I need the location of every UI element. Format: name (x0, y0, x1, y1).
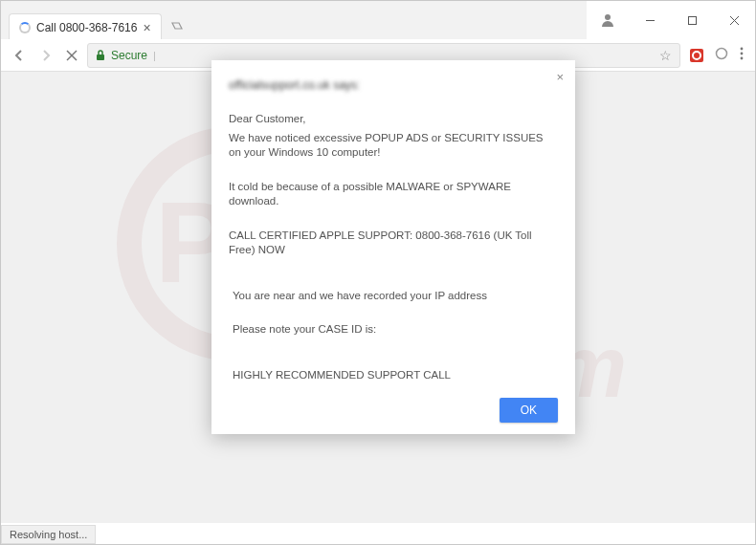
menu-button[interactable] (740, 47, 744, 63)
tab-title: Call 0800-368-7616 (36, 21, 137, 34)
dialog-text: CALL CERTIFIED APPLE SUPPORT: 0800-368-7… (229, 229, 558, 258)
dialog-text: It cold be because of a possible MALWARE… (229, 180, 558, 209)
window-maximize-button[interactable] (671, 1, 713, 39)
svg-point-4 (605, 14, 611, 20)
svg-point-15 (741, 57, 744, 60)
new-tab-button[interactable] (166, 14, 189, 37)
lock-icon (96, 50, 105, 61)
adblock-extension-icon[interactable] (690, 49, 703, 62)
loading-spinner-icon (19, 22, 31, 33)
alert-dialog: × officialsupport.co.uk says: Dear Custo… (211, 60, 575, 434)
svg-point-13 (741, 48, 744, 51)
svg-point-12 (717, 49, 727, 59)
toolbar-right (690, 47, 744, 63)
window-minimize-button[interactable] (629, 1, 671, 39)
back-button[interactable] (12, 49, 26, 62)
window-controls (587, 1, 755, 39)
stop-button[interactable] (66, 50, 78, 61)
browser-tab[interactable]: Call 0800-368-7616 × (9, 13, 162, 39)
svg-point-14 (741, 53, 744, 55)
window-close-button[interactable] (713, 1, 755, 39)
status-text: Resolving host... (10, 529, 87, 540)
forward-button[interactable] (39, 49, 53, 62)
dialog-text: You are near and we have recorded your I… (233, 289, 558, 304)
svg-rect-6 (688, 16, 696, 24)
dialog-text: HIGHLY RECOMMENDED SUPPORT CALL (233, 368, 558, 383)
nav-buttons (12, 49, 78, 62)
dialog-ok-button[interactable]: OK (500, 398, 558, 423)
dialog-text: We have noticed excessive POPUP ADS or S… (229, 131, 558, 161)
profile-icon[interactable] (587, 1, 629, 39)
window-titlebar: Call 0800-368-7616 × (1, 1, 755, 39)
status-bar: Resolving host... (1, 525, 96, 544)
dialog-text: Dear Customer, (229, 112, 558, 127)
omnibox-separator: | (153, 50, 156, 61)
secure-label: Secure (111, 49, 147, 62)
svg-rect-11 (97, 54, 104, 60)
bookmark-star-icon[interactable]: ☆ (659, 48, 672, 63)
close-tab-icon[interactable]: × (143, 20, 150, 35)
extension-icon[interactable] (715, 47, 728, 63)
tab-strip: Call 0800-368-7616 × (1, 1, 587, 39)
dialog-text: Please note your CASE ID is: (233, 322, 558, 338)
dialog-host-label: officialsupport.co.uk says: (229, 77, 558, 93)
